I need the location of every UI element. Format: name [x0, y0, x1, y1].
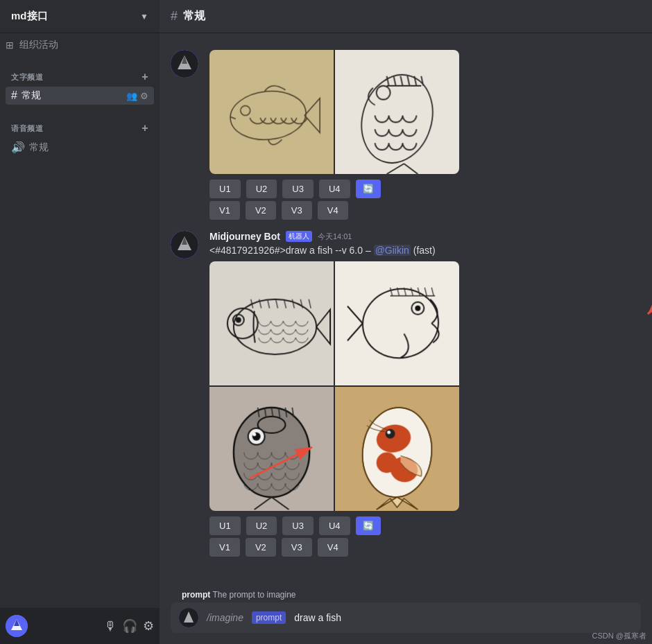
messages-area: U1 U2 U3 U4 🔄 V1 V2 V3 V4: [160, 33, 652, 579]
grid-icon: ⊞: [6, 40, 14, 51]
user-avatar: [6, 615, 28, 637]
main-content: # 常规: [160, 0, 652, 644]
voice-channels-label: 语音频道: [11, 123, 43, 134]
v1-button-1[interactable]: V1: [209, 201, 240, 220]
v4-button-1[interactable]: V4: [318, 201, 348, 220]
image-cell-1-2: [335, 50, 459, 174]
voice-channels-header[interactable]: 语音频道 +: [6, 119, 154, 137]
server-name: md接口: [11, 10, 48, 23]
headset-icon[interactable]: 🎧: [122, 618, 137, 634]
image-cell-2-2: [335, 261, 459, 385]
mic-icon[interactable]: 🎙: [104, 619, 117, 634]
text-channels-header[interactable]: 文字频道 +: [6, 68, 154, 86]
image-grid-2: [209, 261, 459, 511]
voice-channels-section: 语音频道 + 🔊 常规: [0, 108, 160, 160]
bot-username-2: Midjourney Bot: [209, 231, 280, 242]
message-text-2: <#4817921926#>draw a fish --v 6.0 – @Gii…: [209, 245, 641, 256]
v3-button-2[interactable]: V3: [282, 538, 312, 557]
sidebar-bottom-bar: 🎙 🎧 ⚙: [0, 608, 160, 644]
svg-line-10: [648, 279, 652, 314]
bot-avatar-1: [171, 50, 198, 78]
image-cell-2-1: [209, 261, 334, 385]
voice-channel-icon: 🔊: [11, 141, 25, 154]
message-header-2: Midjourney Bot 机器人 今天14:01: [209, 231, 641, 242]
message-content-2: Midjourney Bot 机器人 今天14:01 <#4817921926#…: [209, 231, 641, 559]
input-container: /imagine prompt draw a fish: [171, 602, 641, 633]
message-group-2: Midjourney Bot 机器人 今天14:01 <#4817921926#…: [171, 223, 641, 565]
image-cell-1-1: [209, 50, 334, 174]
red-arrow-annotation: [634, 272, 652, 328]
fast-badge: (fast): [413, 245, 436, 256]
u4-button-1[interactable]: U4: [319, 180, 350, 198]
image-grid-1: [209, 50, 459, 174]
channel-header-icon: #: [171, 9, 178, 24]
server-header[interactable]: md接口 ▼: [0, 0, 160, 33]
text-channel-icon: #: [11, 89, 17, 102]
dropdown-arrow-icon: ▼: [140, 12, 148, 21]
mention-tag: @Giikin: [374, 245, 411, 256]
v2-button-2[interactable]: V2: [246, 538, 276, 557]
prompt-label: prompt: [182, 590, 210, 600]
u1-button-2[interactable]: U1: [209, 516, 241, 535]
refresh-button-1[interactable]: 🔄: [356, 180, 381, 198]
input-avatar: [179, 608, 198, 627]
watermark: CSDN @孤寒者: [592, 631, 646, 641]
u3-button-1[interactable]: U3: [282, 180, 314, 198]
input-prompt-token: prompt: [252, 611, 286, 624]
text-channels-section: 文字频道 + # 常规 👥 ⚙: [0, 57, 160, 108]
job-id: <#4817921926#>draw a fish --v 6.0 –: [209, 245, 374, 256]
channel-header: # 常规: [160, 0, 652, 33]
add-text-channel-icon[interactable]: +: [141, 71, 148, 83]
u2-button-2[interactable]: U2: [246, 516, 277, 535]
input-command: /imagine: [207, 612, 243, 623]
u1-button-1[interactable]: U1: [209, 180, 241, 198]
message-group-1: U1 U2 U3 U4 🔄 V1 V2 V3 V4: [171, 44, 641, 223]
input-tooltip: prompt The prompt to imagine: [171, 590, 641, 600]
text-channels-label: 文字频道: [11, 72, 43, 82]
channel-item-regular-text[interactable]: # 常规 👥 ⚙: [6, 87, 154, 105]
u3-button-2[interactable]: U3: [282, 516, 314, 535]
bot-badge-2: 机器人: [286, 231, 312, 242]
button-row-1-1: U1 U2 U3 U4 🔄: [209, 180, 641, 198]
voice-channel-name-regular: 常规: [29, 141, 148, 154]
v3-button-1[interactable]: V3: [282, 201, 312, 220]
input-area: prompt The prompt to imagine /imagine pr…: [160, 579, 652, 644]
button-row-1-2: V1 V2 V3 V4: [209, 201, 641, 220]
channel-item-regular-voice[interactable]: 🔊 常规: [6, 138, 154, 157]
settings-icon[interactable]: ⚙: [140, 91, 148, 101]
message-timestamp-2: 今天14:01: [318, 232, 352, 242]
channel-header-name: 常规: [183, 9, 205, 24]
channel-actions: 👥 ⚙: [126, 91, 148, 101]
u2-button-1[interactable]: U2: [246, 180, 277, 198]
channel-name-regular: 常规: [22, 89, 126, 102]
bottom-icons: 🎙 🎧 ⚙: [104, 618, 154, 634]
group-activity[interactable]: ⊞ 组织活动: [0, 33, 160, 57]
input-value[interactable]: draw a fish: [294, 612, 633, 623]
v4-button-2[interactable]: V4: [318, 538, 348, 557]
bot-avatar-2: [171, 231, 198, 259]
refresh-button-2[interactable]: 🔄: [356, 516, 381, 535]
sidebar: md接口 ▼ ⊞ 组织活动 文字频道 + # 常规 👥 ⚙ 语音频道 + 🔊 常…: [0, 0, 160, 644]
button-row-2-1: U1 U2 U3 U4 🔄: [209, 516, 641, 535]
messages-wrapper: U1 U2 U3 U4 🔄 V1 V2 V3 V4: [160, 33, 652, 579]
image-cell-2-4: [335, 387, 459, 511]
members-icon[interactable]: 👥: [126, 91, 137, 101]
v1-button-2[interactable]: V1: [209, 538, 240, 557]
group-activity-label: 组织活动: [19, 39, 58, 51]
button-row-2-2: V1 V2 V3 V4: [209, 538, 641, 557]
user-settings-icon[interactable]: ⚙: [143, 618, 154, 634]
u4-button-2[interactable]: U4: [319, 516, 350, 535]
add-voice-channel-icon[interactable]: +: [141, 122, 148, 134]
image-cell-2-3: [209, 387, 334, 511]
message-content-1: U1 U2 U3 U4 🔄 V1 V2 V3 V4: [209, 50, 641, 223]
v2-button-1[interactable]: V2: [246, 201, 276, 220]
tooltip-description: The prompt to imagine: [212, 590, 295, 600]
